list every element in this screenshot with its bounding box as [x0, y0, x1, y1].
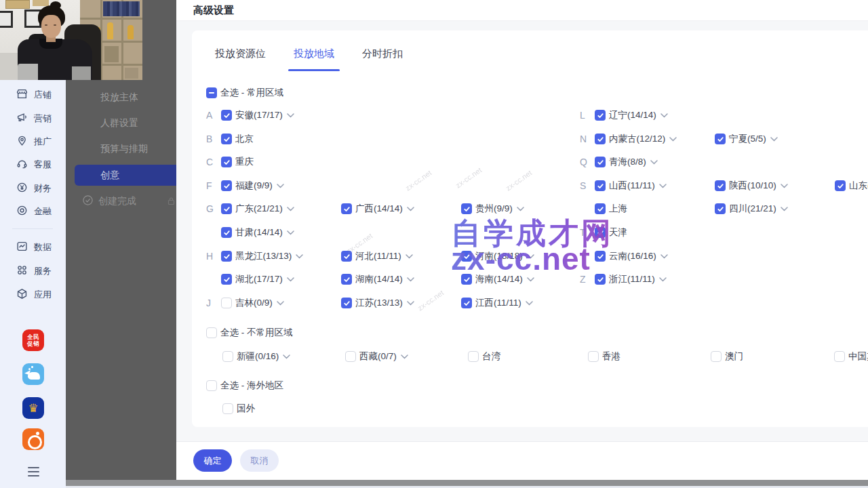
sidebar-item-8[interactable]: 服务 — [16, 264, 52, 278]
checkbox-unchecked[interactable] — [206, 380, 217, 391]
tab-time-discount[interactable]: 分时折扣 — [361, 47, 404, 71]
region-item[interactable]: 河北(11/11) — [341, 249, 413, 263]
region-item[interactable]: 浙江(11/11) — [595, 272, 667, 286]
region-item[interactable]: 中国其 — [834, 350, 868, 363]
region-item[interactable]: 西藏(0/7) — [345, 350, 408, 363]
step-item[interactable]: 人群设置 — [100, 117, 138, 129]
region-item[interactable]: 天津 — [595, 226, 627, 239]
checkbox-unchecked[interactable] — [588, 351, 599, 362]
chevron-down-icon[interactable] — [659, 277, 667, 282]
chevron-down-icon[interactable] — [287, 207, 294, 211]
promo-app-icon[interactable]: 全民促销 — [22, 329, 44, 351]
region-item[interactable]: 吉林(0/9) — [221, 296, 284, 310]
region-item[interactable]: 香港 — [588, 350, 620, 363]
region-item[interactable]: 广东(21/21) — [221, 202, 294, 216]
chevron-down-icon[interactable] — [660, 254, 668, 259]
checkbox-checked[interactable] — [221, 110, 232, 121]
chevron-down-icon[interactable] — [283, 354, 290, 359]
chevron-down-icon[interactable] — [781, 184, 788, 188]
sidebar-item-3[interactable]: 推广 — [16, 135, 52, 148]
chevron-down-icon[interactable] — [659, 184, 667, 188]
chevron-down-icon[interactable] — [407, 277, 414, 282]
region-item[interactable]: 贵州(9/9) — [461, 202, 524, 216]
checkbox-unchecked[interactable] — [711, 351, 722, 362]
chevron-down-icon[interactable] — [287, 230, 294, 235]
cancel-button[interactable]: 取消 — [240, 449, 279, 472]
checkbox-checked[interactable] — [221, 227, 232, 238]
checkbox-checked[interactable] — [461, 298, 472, 308]
checkbox-unchecked[interactable] — [221, 298, 232, 308]
region-item[interactable]: 青海(8/8) — [595, 155, 658, 169]
checkbox-checked[interactable] — [221, 274, 232, 285]
sidebar-item-7[interactable]: 数据 — [16, 241, 52, 254]
sidebar-item-4[interactable]: 客服 — [16, 158, 52, 171]
region-item[interactable]: 四川(21/21) — [715, 202, 788, 216]
region-item[interactable]: 宁夏(5/5) — [715, 132, 778, 146]
region-item[interactable]: 内蒙古(12/12) — [595, 132, 677, 146]
region-item[interactable]: 安徽(17/17) — [221, 108, 294, 122]
checkbox-checked[interactable] — [221, 203, 232, 214]
region-item[interactable]: 上海 — [595, 202, 627, 216]
chevron-down-icon[interactable] — [517, 207, 524, 211]
region-item[interactable]: 新疆(0/16) — [222, 350, 290, 363]
checkbox-indeterminate[interactable] — [206, 87, 217, 98]
checkbox-checked[interactable] — [595, 180, 606, 191]
chevron-down-icon[interactable] — [287, 113, 294, 118]
checkbox-unchecked[interactable] — [222, 403, 233, 414]
region-item[interactable]: 国外 — [222, 402, 255, 415]
hamburger-menu-icon[interactable] — [28, 467, 39, 476]
region-item[interactable]: 江苏(13/13) — [341, 296, 414, 310]
checkbox-checked[interactable] — [595, 157, 606, 167]
region-item[interactable]: 辽宁(14/14) — [595, 108, 668, 122]
checkbox-checked[interactable] — [715, 180, 726, 191]
checkbox-checked[interactable] — [595, 227, 606, 238]
checkbox-checked[interactable] — [461, 274, 472, 285]
checkbox-checked[interactable] — [341, 203, 352, 214]
checkbox-checked[interactable] — [715, 134, 726, 144]
chevron-down-icon[interactable] — [277, 301, 284, 306]
chevron-down-icon[interactable] — [650, 160, 658, 165]
chevron-down-icon[interactable] — [526, 301, 533, 306]
sidebar-item-2[interactable]: 营销 — [16, 112, 52, 125]
checkbox-checked[interactable] — [341, 298, 352, 308]
region-item[interactable]: 广西(14/14) — [341, 202, 414, 216]
checkbox-checked[interactable] — [341, 251, 352, 262]
chevron-down-icon[interactable] — [287, 277, 294, 282]
checkbox-unchecked[interactable] — [834, 351, 845, 362]
checkbox-checked[interactable] — [341, 274, 352, 285]
step-item-done[interactable]: 创建完成 — [83, 195, 136, 207]
region-item[interactable]: 福建(9/9) — [221, 179, 284, 192]
chevron-down-icon[interactable] — [669, 137, 677, 142]
region-item[interactable]: 云南(16/16) — [595, 249, 668, 263]
region-item[interactable]: 北京 — [221, 132, 254, 146]
chevron-down-icon[interactable] — [660, 113, 668, 118]
select-all-common-row[interactable]: 全选 - 常用区域 — [206, 86, 283, 100]
chevron-down-icon[interactable] — [527, 254, 534, 259]
region-item[interactable]: 江西(11/11) — [461, 296, 533, 310]
region-item[interactable]: 台湾 — [468, 350, 500, 363]
horizontal-scrollbar[interactable] — [66, 480, 868, 486]
step-item-active[interactable]: 创意 — [75, 165, 176, 186]
checkbox-checked[interactable] — [595, 251, 606, 262]
select-all-overseas-row[interactable]: 全选 - 海外地区 — [206, 379, 283, 392]
sidebar-item-1[interactable]: 店铺 — [16, 88, 52, 102]
sidebar-item-9[interactable]: 应用 — [16, 288, 52, 302]
checkbox-checked[interactable] — [221, 134, 232, 144]
region-item[interactable]: 湖南(14/14) — [341, 272, 414, 286]
region-item[interactable]: 山东(1 — [835, 179, 868, 192]
chevron-down-icon[interactable] — [277, 184, 284, 188]
chevron-down-icon[interactable] — [296, 254, 303, 259]
checkbox-checked[interactable] — [221, 157, 232, 167]
chevron-down-icon[interactable] — [527, 277, 534, 282]
region-item[interactable]: 澳门 — [711, 350, 743, 363]
checkbox-checked[interactable] — [221, 251, 232, 262]
checkbox-checked[interactable] — [461, 251, 472, 262]
checkbox-unchecked[interactable] — [468, 351, 479, 362]
region-item[interactable]: 海南(14/14) — [461, 272, 534, 286]
checkbox-checked[interactable] — [461, 203, 472, 214]
checkbox-checked[interactable] — [221, 180, 232, 191]
crown-app-icon[interactable]: ♛ — [22, 397, 44, 419]
checkbox-unchecked[interactable] — [206, 327, 217, 338]
checkbox-unchecked[interactable] — [345, 351, 356, 362]
region-item[interactable]: 重庆 — [221, 155, 254, 169]
